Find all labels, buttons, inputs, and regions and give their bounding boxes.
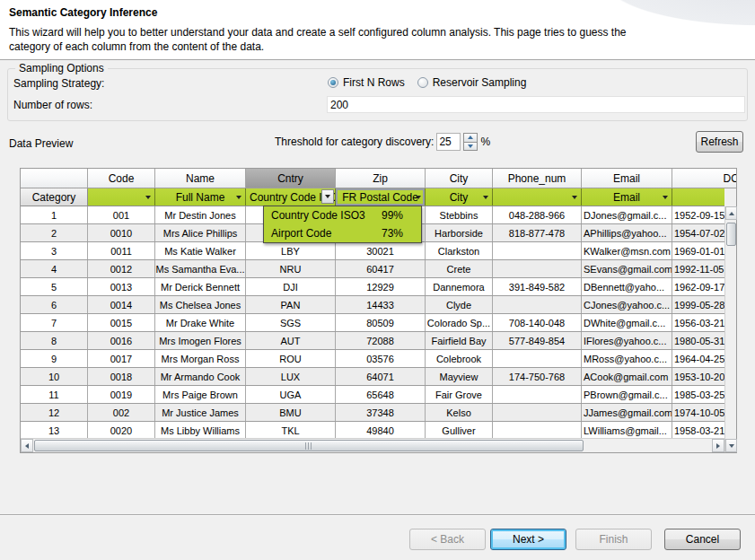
table-cell[interactable]: Fairfield Bay: [426, 332, 493, 349]
table-cell[interactable]: Colorado Sp...: [426, 314, 493, 331]
table-cell[interactable]: LWilliams@gmail...: [582, 422, 672, 439]
table-cell[interactable]: 37348: [336, 404, 426, 421]
table-cell[interactable]: Mr Drake White: [155, 314, 246, 331]
table-cell[interactable]: 03576: [336, 350, 426, 367]
scroll-left-button[interactable]: [21, 439, 33, 452]
table-cell[interactable]: 0010: [88, 224, 155, 241]
chevron-down-icon[interactable]: [416, 196, 421, 199]
table-cell[interactable]: JJames@gmail.com: [582, 404, 672, 421]
table-cell[interactable]: 4: [21, 260, 88, 277]
table-cell[interactable]: [493, 260, 582, 277]
table-cell[interactable]: 1964-04-25: [672, 350, 724, 367]
table-cell[interactable]: 3: [21, 242, 88, 259]
table-cell[interactable]: 65648: [336, 386, 426, 403]
radio-button-icon[interactable]: [417, 77, 428, 88]
table-cell[interactable]: 49840: [336, 422, 426, 439]
chevron-down-icon[interactable]: [572, 196, 577, 199]
table-cell[interactable]: [493, 404, 582, 421]
table-cell[interactable]: Mrs Imogen Flores: [155, 332, 246, 349]
table-cell[interactable]: DBennett@yaho...: [582, 278, 672, 295]
table-cell[interactable]: Ms Chelsea Jones: [155, 296, 246, 313]
table-cell[interactable]: 048-288-966: [493, 206, 582, 223]
table-cell[interactable]: MRoss@yahoo.c...: [582, 350, 672, 367]
table-cell[interactable]: 7: [21, 314, 88, 331]
table-cell[interactable]: SGS: [246, 314, 336, 331]
table-cell[interactable]: SEvans@gmail.com: [582, 260, 672, 277]
table-cell[interactable]: 0012: [88, 260, 155, 277]
table-cell[interactable]: UGA: [246, 386, 336, 403]
radio-button-icon[interactable]: [328, 77, 338, 88]
table-cell[interactable]: Ms Katie Walker: [155, 242, 246, 259]
table-cell[interactable]: TKL: [246, 422, 336, 439]
scroll-down-button[interactable]: [725, 439, 737, 452]
table-cell[interactable]: Fair Grove: [426, 386, 493, 403]
chevron-down-icon[interactable]: [236, 196, 241, 199]
cancel-button[interactable]: Cancel: [664, 529, 741, 550]
table-cell[interactable]: 2: [21, 224, 88, 241]
table-cell[interactable]: Ms Samantha Eva...: [155, 260, 246, 277]
table-cell[interactable]: 1969-01-01: [672, 242, 724, 259]
table-cell[interactable]: Stebbins: [426, 206, 493, 223]
table-cell[interactable]: 001: [88, 206, 155, 223]
table-cell[interactable]: 13: [21, 422, 88, 439]
table-cell[interactable]: 9: [21, 350, 88, 367]
chevron-down-icon[interactable]: [483, 196, 488, 199]
chevron-down-icon[interactable]: [663, 196, 668, 199]
table-cell[interactable]: AUT: [246, 332, 336, 349]
table-cell[interactable]: 1954-07-02: [672, 224, 724, 241]
table-cell[interactable]: 30021: [336, 242, 426, 259]
table-cell[interactable]: 6: [21, 296, 88, 313]
dropdown-item[interactable]: Airport Code73%: [264, 224, 421, 242]
table-cell[interactable]: 12929: [336, 278, 426, 295]
table-cell[interactable]: 0015: [88, 314, 155, 331]
table-cell[interactable]: 0020: [88, 422, 155, 439]
table-cell[interactable]: 64071: [336, 368, 426, 385]
category-cell-email[interactable]: Email: [582, 188, 672, 206]
category-cell-zip[interactable]: FR Postal Code: [336, 188, 426, 206]
table-cell[interactable]: 0011: [88, 242, 155, 259]
table-cell[interactable]: Colebrook: [426, 350, 493, 367]
column-header-rownum[interactable]: [21, 169, 88, 188]
horizontal-scrollbar[interactable]: [21, 438, 724, 452]
table-cell[interactable]: Mr Destin Jones: [155, 206, 246, 223]
table-cell[interactable]: 1956-03-21: [672, 314, 724, 331]
refresh-button[interactable]: Refresh: [696, 131, 743, 153]
table-cell[interactable]: 708-140-048: [493, 314, 582, 331]
column-header-Code[interactable]: Code: [88, 169, 155, 188]
horizontal-scroll-thumb[interactable]: [34, 440, 584, 451]
table-cell[interactable]: [493, 350, 582, 367]
table-cell[interactable]: PBrown@gmail.c...: [582, 386, 672, 403]
scroll-up-button[interactable]: [725, 206, 737, 220]
category-cell-phone_num[interactable]: [493, 188, 582, 206]
table-cell[interactable]: Clyde: [426, 296, 493, 313]
category-cell-city[interactable]: City: [426, 188, 493, 206]
table-cell[interactable]: [493, 296, 582, 313]
table-cell[interactable]: [493, 242, 582, 259]
table-cell[interactable]: CJones@yahoo.c...: [582, 296, 672, 313]
radio-option-first-n-rows[interactable]: First N Rows: [328, 76, 405, 89]
vertical-scrollbar[interactable]: [724, 206, 736, 452]
table-cell[interactable]: 0018: [88, 368, 155, 385]
table-cell[interactable]: Clarkston: [426, 242, 493, 259]
table-cell[interactable]: 818-877-478: [493, 224, 582, 241]
table-cell[interactable]: 1: [21, 206, 88, 223]
vertical-scroll-thumb[interactable]: [726, 223, 736, 246]
table-cell[interactable]: 5: [21, 278, 88, 295]
table-cell[interactable]: LUX: [246, 368, 336, 385]
table-cell[interactable]: Ms Libby Williams: [155, 422, 246, 439]
category-cell-cntry[interactable]: Country Code ISO: [246, 188, 336, 206]
table-cell[interactable]: 8: [21, 332, 88, 349]
table-cell[interactable]: 1999-05-28: [672, 296, 724, 313]
table-cell[interactable]: Gulliver: [426, 422, 493, 439]
table-cell[interactable]: Mr Armando Cook: [155, 368, 246, 385]
threshold-input[interactable]: [436, 133, 461, 151]
table-cell[interactable]: 80509: [336, 314, 426, 331]
table-cell[interactable]: ROU: [246, 350, 336, 367]
spinner-down-button[interactable]: [463, 143, 478, 152]
column-header-Zip[interactable]: Zip: [336, 169, 426, 188]
table-cell[interactable]: ACook@gmail.com: [582, 368, 672, 385]
table-cell[interactable]: [493, 422, 582, 439]
chevron-down-icon[interactable]: [145, 196, 151, 199]
spinner-up-button[interactable]: [463, 133, 478, 143]
table-cell[interactable]: 14433: [336, 296, 426, 313]
